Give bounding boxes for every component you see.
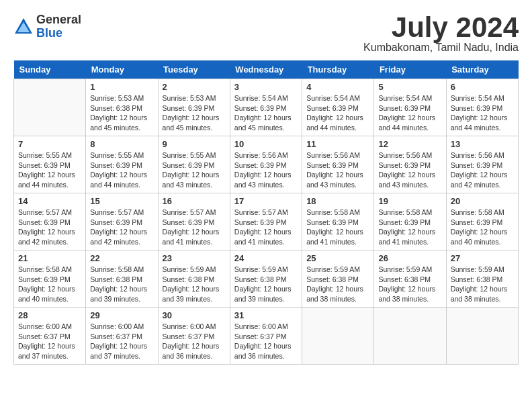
day-number: 21 <box>18 253 81 263</box>
header-sunday: Sunday <box>14 60 86 79</box>
calendar-header-row: SundayMondayTuesdayWednesdayThursdayFrid… <box>14 60 519 79</box>
calendar-cell: 17Sunrise: 5:57 AM Sunset: 6:39 PM Dayli… <box>230 193 302 250</box>
day-number: 10 <box>234 139 298 149</box>
day-info: Sunrise: 5:55 AM Sunset: 6:39 PM Dayligh… <box>163 150 226 190</box>
day-info: Sunrise: 5:58 AM Sunset: 6:39 PM Dayligh… <box>18 265 81 304</box>
day-info: Sunrise: 6:00 AM Sunset: 6:37 PM Dayligh… <box>18 322 81 361</box>
day-info: Sunrise: 5:58 AM Sunset: 6:38 PM Dayligh… <box>90 265 153 304</box>
calendar-cell: 4Sunrise: 5:54 AM Sunset: 6:39 PM Daylig… <box>302 79 374 136</box>
day-number: 16 <box>163 196 226 206</box>
day-number: 1 <box>90 82 153 92</box>
day-number: 2 <box>163 82 226 92</box>
calendar-cell: 10Sunrise: 5:56 AM Sunset: 6:39 PM Dayli… <box>230 136 302 193</box>
day-info: Sunrise: 5:58 AM Sunset: 6:39 PM Dayligh… <box>306 208 369 247</box>
calendar-cell: 30Sunrise: 6:00 AM Sunset: 6:37 PM Dayli… <box>158 308 230 365</box>
day-number: 31 <box>234 310 298 320</box>
week-row-2: 7Sunrise: 5:55 AM Sunset: 6:39 PM Daylig… <box>14 136 519 193</box>
calendar-cell <box>14 79 86 136</box>
day-info: Sunrise: 5:59 AM Sunset: 6:38 PM Dayligh… <box>378 265 441 304</box>
week-row-4: 21Sunrise: 5:58 AM Sunset: 6:39 PM Dayli… <box>14 250 519 308</box>
calendar-cell: 13Sunrise: 5:56 AM Sunset: 6:39 PM Dayli… <box>446 136 518 193</box>
month-title: July 2024 <box>363 13 519 42</box>
header-thursday: Thursday <box>302 60 374 79</box>
day-info: Sunrise: 5:57 AM Sunset: 6:39 PM Dayligh… <box>90 208 153 247</box>
day-info: Sunrise: 5:54 AM Sunset: 6:39 PM Dayligh… <box>378 93 441 133</box>
calendar-cell <box>446 308 518 365</box>
calendar-cell: 12Sunrise: 5:56 AM Sunset: 6:39 PM Dayli… <box>374 136 446 193</box>
day-number: 17 <box>234 196 298 206</box>
logo-blue-text: Blue <box>36 27 81 40</box>
day-info: Sunrise: 5:56 AM Sunset: 6:39 PM Dayligh… <box>451 150 514 190</box>
calendar-cell: 22Sunrise: 5:58 AM Sunset: 6:38 PM Dayli… <box>86 250 158 308</box>
day-number: 6 <box>451 82 514 92</box>
day-info: Sunrise: 5:59 AM Sunset: 6:38 PM Dayligh… <box>451 265 514 304</box>
day-number: 30 <box>163 310 226 320</box>
calendar-cell: 11Sunrise: 5:56 AM Sunset: 6:39 PM Dayli… <box>302 136 374 193</box>
day-info: Sunrise: 5:53 AM Sunset: 6:38 PM Dayligh… <box>90 93 153 133</box>
day-number: 15 <box>90 196 153 206</box>
calendar-cell: 3Sunrise: 5:54 AM Sunset: 6:39 PM Daylig… <box>230 79 302 136</box>
day-number: 29 <box>90 310 153 320</box>
header-monday: Monday <box>86 60 158 79</box>
day-info: Sunrise: 5:59 AM Sunset: 6:38 PM Dayligh… <box>234 265 298 304</box>
calendar-cell: 24Sunrise: 5:59 AM Sunset: 6:38 PM Dayli… <box>230 250 302 308</box>
calendar-cell: 23Sunrise: 5:59 AM Sunset: 6:38 PM Dayli… <box>158 250 230 308</box>
calendar-cell: 16Sunrise: 5:57 AM Sunset: 6:39 PM Dayli… <box>158 193 230 250</box>
calendar-cell: 29Sunrise: 6:00 AM Sunset: 6:37 PM Dayli… <box>86 308 158 365</box>
day-number: 9 <box>163 139 226 149</box>
calendar-cell: 1Sunrise: 5:53 AM Sunset: 6:38 PM Daylig… <box>86 79 158 136</box>
day-info: Sunrise: 5:58 AM Sunset: 6:39 PM Dayligh… <box>378 208 441 247</box>
calendar-cell: 21Sunrise: 5:58 AM Sunset: 6:39 PM Dayli… <box>14 250 86 308</box>
day-info: Sunrise: 6:00 AM Sunset: 6:37 PM Dayligh… <box>163 322 226 361</box>
header-friday: Friday <box>374 60 446 79</box>
day-info: Sunrise: 6:00 AM Sunset: 6:37 PM Dayligh… <box>234 322 298 361</box>
week-row-5: 28Sunrise: 6:00 AM Sunset: 6:37 PM Dayli… <box>14 308 519 365</box>
day-info: Sunrise: 5:59 AM Sunset: 6:38 PM Dayligh… <box>306 265 369 304</box>
header-wednesday: Wednesday <box>230 60 302 79</box>
day-number: 20 <box>451 196 514 206</box>
day-number: 26 <box>378 253 441 263</box>
day-number: 22 <box>90 253 153 263</box>
week-row-3: 14Sunrise: 5:57 AM Sunset: 6:39 PM Dayli… <box>14 193 519 250</box>
calendar-cell: 27Sunrise: 5:59 AM Sunset: 6:38 PM Dayli… <box>446 250 518 308</box>
day-info: Sunrise: 5:59 AM Sunset: 6:38 PM Dayligh… <box>163 265 226 304</box>
day-number: 12 <box>378 139 441 149</box>
calendar-cell: 20Sunrise: 5:58 AM Sunset: 6:39 PM Dayli… <box>446 193 518 250</box>
calendar-cell: 14Sunrise: 5:57 AM Sunset: 6:39 PM Dayli… <box>14 193 86 250</box>
calendar-cell <box>302 308 374 365</box>
calendar-cell: 19Sunrise: 5:58 AM Sunset: 6:39 PM Dayli… <box>374 193 446 250</box>
calendar-cell: 28Sunrise: 6:00 AM Sunset: 6:37 PM Dayli… <box>14 308 86 365</box>
day-info: Sunrise: 5:56 AM Sunset: 6:39 PM Dayligh… <box>234 150 298 190</box>
day-number: 11 <box>306 139 369 149</box>
day-info: Sunrise: 5:57 AM Sunset: 6:39 PM Dayligh… <box>163 208 226 247</box>
calendar-cell: 31Sunrise: 6:00 AM Sunset: 6:37 PM Dayli… <box>230 308 302 365</box>
day-number: 3 <box>234 82 298 92</box>
logo-general-text: General <box>36 13 81 27</box>
day-number: 7 <box>18 139 81 149</box>
day-info: Sunrise: 5:57 AM Sunset: 6:39 PM Dayligh… <box>234 208 298 247</box>
calendar-cell: 25Sunrise: 5:59 AM Sunset: 6:38 PM Dayli… <box>302 250 374 308</box>
calendar-cell: 5Sunrise: 5:54 AM Sunset: 6:39 PM Daylig… <box>374 79 446 136</box>
calendar-cell: 26Sunrise: 5:59 AM Sunset: 6:38 PM Dayli… <box>374 250 446 308</box>
header-tuesday: Tuesday <box>158 60 230 79</box>
day-number: 19 <box>378 196 441 206</box>
page-header: General Blue July 2024 Kumbakonam, Tamil… <box>13 13 519 54</box>
calendar-cell: 6Sunrise: 5:54 AM Sunset: 6:39 PM Daylig… <box>446 79 518 136</box>
day-info: Sunrise: 5:57 AM Sunset: 6:39 PM Dayligh… <box>18 208 81 247</box>
day-number: 25 <box>306 253 369 263</box>
day-info: Sunrise: 5:56 AM Sunset: 6:39 PM Dayligh… <box>306 150 369 190</box>
location-subtitle: Kumbakonam, Tamil Nadu, India <box>363 42 519 54</box>
day-number: 8 <box>90 139 153 149</box>
calendar-cell: 2Sunrise: 5:53 AM Sunset: 6:39 PM Daylig… <box>158 79 230 136</box>
day-number: 23 <box>163 253 226 263</box>
calendar-cell: 15Sunrise: 5:57 AM Sunset: 6:39 PM Dayli… <box>86 193 158 250</box>
day-number: 5 <box>378 82 441 92</box>
day-number: 18 <box>306 196 369 206</box>
calendar-cell: 8Sunrise: 5:55 AM Sunset: 6:39 PM Daylig… <box>86 136 158 193</box>
calendar-cell: 9Sunrise: 5:55 AM Sunset: 6:39 PM Daylig… <box>158 136 230 193</box>
logo-icon <box>13 17 34 37</box>
header-saturday: Saturday <box>446 60 518 79</box>
day-info: Sunrise: 6:00 AM Sunset: 6:37 PM Dayligh… <box>90 322 153 361</box>
day-number: 4 <box>306 82 369 92</box>
title-area: July 2024 Kumbakonam, Tamil Nadu, India <box>363 13 519 54</box>
